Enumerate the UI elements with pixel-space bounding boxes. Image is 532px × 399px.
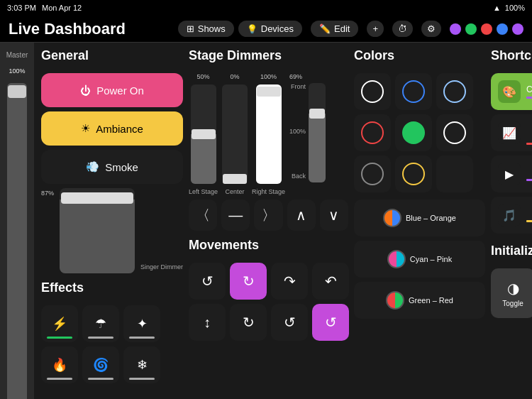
dimmer-right-stage: 100% Right Stage <box>252 73 285 195</box>
colors-col: Colors <box>354 48 485 399</box>
move-6[interactable]: ↻ <box>230 304 267 341</box>
dimmer-knob-1[interactable] <box>192 129 216 139</box>
effect-fire2[interactable]: 🔥 <box>41 346 78 383</box>
dot-purple2 <box>512 23 523 35</box>
color-empty[interactable] <box>436 155 473 192</box>
effect-snowflake[interactable]: ❄ <box>123 346 160 383</box>
color-lightblue[interactable] <box>436 73 473 110</box>
move-7[interactable]: ↺ <box>271 304 308 341</box>
shortcut-edm[interactable]: ▶ EDM <box>491 155 532 192</box>
color-wide-items: Blue – Orange Cyan – Pink Green – Red <box>354 200 485 319</box>
shortcut-sequence-intro[interactable]: 📈 Sequence Intro <box>491 114 532 151</box>
move-8[interactable]: ↺ <box>312 304 349 341</box>
move-2[interactable]: ↻ <box>230 263 267 300</box>
status-bar: 3:03 PM Mon Apr 12 ▲ 100% <box>0 0 532 16</box>
color-yellow[interactable] <box>395 155 432 192</box>
ctrl-center[interactable]: — <box>221 200 250 231</box>
effects-grid: ⚡ ☂ ✦ 🔥 🌀 <box>41 305 183 399</box>
fader-pct-label: 87% <box>41 190 54 197</box>
date: Mon Apr 12 <box>42 4 82 12</box>
master-label: Master <box>6 48 28 62</box>
movements-grid: ↺ ↻ ↷ ↶ ↕ ↻ ↺ ↺ <box>189 263 348 382</box>
sidebar-fader-knob[interactable] <box>8 85 26 98</box>
side-labels: Front 100% Back <box>289 83 306 182</box>
color-white[interactable] <box>354 73 391 110</box>
ambiance-button[interactable]: ☀ Ambiance <box>41 111 183 146</box>
general-title: General <box>41 48 183 63</box>
dimmer-knob-3[interactable] <box>257 87 281 97</box>
shortcuts-title: Shortcuts <box>491 48 532 63</box>
color-dots <box>450 23 523 35</box>
ctrl-next[interactable]: 〉 <box>254 200 282 231</box>
singer-fader-knob[interactable] <box>61 192 133 204</box>
effects-title: Effects <box>41 280 183 295</box>
reggae-icon: 🎵 <box>498 204 521 226</box>
dimmer-center: 0% Center <box>222 73 248 195</box>
movements-title: Movements <box>189 238 348 253</box>
devices-button[interactable]: 💡 Devices <box>238 21 302 37</box>
side-fader-col: Front 100% Back <box>289 83 326 182</box>
singer-fader[interactable] <box>60 188 135 273</box>
clock-button[interactable]: ⏱ <box>392 21 413 37</box>
effect-wind[interactable]: 🌀 <box>82 346 119 383</box>
shortcut-reggae[interactable]: 🎵 Reggae <box>491 197 532 234</box>
sequence-icon: 📈 <box>498 121 521 144</box>
dimmer-knob-2[interactable] <box>223 174 247 184</box>
toggle-icon: ◑ <box>507 280 519 297</box>
init-area: ◑ Toggle 🌙 Init <box>491 268 532 318</box>
ctrl-down[interactable]: ∨ <box>320 200 348 231</box>
page-title: Live Dashboard <box>9 20 126 38</box>
shortcut-bar-4 <box>526 220 532 222</box>
smoke-icon: 💨 <box>86 160 99 173</box>
move-1[interactable]: ↺ <box>189 263 226 300</box>
shortcut-colors-fades[interactable]: 🎨 Colors Fades <box>491 73 532 110</box>
move-3[interactable]: ↷ <box>271 263 308 300</box>
stage-dimmers-title: Stage Dimmers <box>189 48 348 63</box>
color-red[interactable] <box>354 114 391 151</box>
effect-sparkle[interactable]: ✦ <box>123 305 160 342</box>
move-4[interactable]: ↶ <box>312 263 349 300</box>
settings-button[interactable]: ⚙ <box>421 21 441 37</box>
edit-button[interactable]: ✏️ Edit <box>311 21 358 37</box>
shortcuts-list: 🎨 Colors Fades 📈 Sequence Intro <box>491 73 532 234</box>
add-button[interactable]: + <box>367 21 384 37</box>
top-nav: Live Dashboard ⊞ Shows 💡 Devices ✏️ Edit… <box>0 16 532 43</box>
wifi-icon: ▲ <box>493 4 501 12</box>
sidebar: Master 100% 🔔 <box>0 43 34 399</box>
toggle-button[interactable]: ◑ Toggle <box>491 268 532 318</box>
ctrl-up[interactable]: ∧ <box>287 200 316 231</box>
color-green-red[interactable]: Green – Red <box>354 282 485 319</box>
color-green-solid[interactable] <box>395 114 432 151</box>
effect-lightning[interactable]: ⚡ <box>41 305 78 342</box>
edm-icon: ▶ <box>498 163 521 185</box>
color-gray[interactable] <box>354 155 391 192</box>
color-blue[interactable] <box>395 73 432 110</box>
move-5[interactable]: ↕ <box>189 304 226 341</box>
shortcut-bar-3 <box>526 179 532 181</box>
sidebar-fader[interactable] <box>7 83 27 399</box>
color-white2[interactable] <box>436 114 473 151</box>
color-blue-orange[interactable]: Blue – Orange <box>354 200 485 236</box>
content-grid: General ⏻ Power On ☀ Ambiance 💨 Smoke 87… <box>34 43 532 399</box>
ctrl-prev[interactable]: 〈 <box>189 200 217 231</box>
battery: 100% <box>505 4 525 12</box>
time: 3:03 PM <box>7 4 36 12</box>
fader-area: 87% Singer Dimmer <box>41 188 183 273</box>
smoke-button[interactable]: 💨 Smoke <box>41 150 183 184</box>
dot-green <box>465 23 477 35</box>
dimmers-movements-col: Stage Dimmers 50% Left Stage 0% <box>189 48 348 399</box>
color-cyan-pink[interactable]: Cyan – Pink <box>354 241 485 278</box>
color-wheel-2 <box>387 250 406 268</box>
dot-purple <box>450 23 461 35</box>
power-on-button[interactable]: ⏻ Power On <box>41 73 183 107</box>
effect-umbrella[interactable]: ☂ <box>82 305 119 342</box>
dimmers-area: 50% Left Stage 0% Center <box>189 73 348 195</box>
colors-fades-icon: 🎨 <box>498 80 521 103</box>
dimmer-fader-4[interactable] <box>309 83 326 182</box>
dimmer-knob-4[interactable] <box>309 109 325 119</box>
init-title: Initialization <box>491 244 532 258</box>
shows-button[interactable]: ⊞ Shows <box>178 21 234 37</box>
power-icon: ⏻ <box>80 84 91 97</box>
dot-red <box>481 23 492 35</box>
shortcuts-init-col: Shortcuts 🎨 Colors Fades <box>491 48 532 399</box>
